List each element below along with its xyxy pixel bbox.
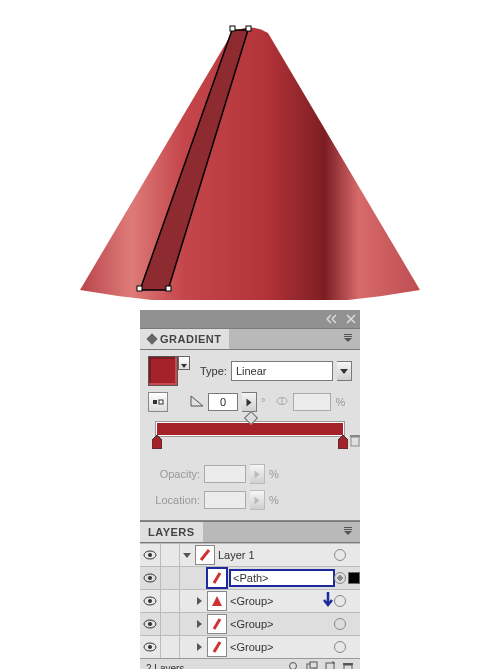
layer-row[interactable]: <Group> xyxy=(140,589,360,612)
item-name[interactable]: <Group> xyxy=(230,595,322,607)
target-ring[interactable] xyxy=(334,572,346,584)
gradient-stop-right[interactable] xyxy=(338,435,348,449)
svg-point-22 xyxy=(148,645,152,649)
svg-rect-11 xyxy=(344,527,352,528)
annotation-arrow-icon xyxy=(322,591,334,611)
location-stepper xyxy=(250,490,265,510)
visibility-icon[interactable] xyxy=(140,544,161,566)
gradient-tab[interactable]: GRADIENT xyxy=(140,329,229,349)
svg-rect-5 xyxy=(344,336,352,337)
location-label: Location: xyxy=(148,494,200,506)
visibility-icon[interactable] xyxy=(140,567,161,589)
item-name[interactable]: <Path> xyxy=(230,570,334,586)
layer-row[interactable]: <Path> xyxy=(140,566,360,589)
item-thumbnail xyxy=(207,614,227,634)
aspect-ratio-input xyxy=(293,393,331,411)
artwork-canvas xyxy=(0,0,500,300)
disclosure-toggle[interactable] xyxy=(194,620,204,628)
opacity-stepper xyxy=(250,464,265,484)
svg-rect-26 xyxy=(326,663,334,669)
gradient-tab-bar: GRADIENT xyxy=(140,328,360,350)
angle-unit: ° xyxy=(261,396,265,408)
svg-rect-3 xyxy=(166,286,171,291)
gradient-ramp[interactable] xyxy=(156,422,344,436)
new-sublayer-icon[interactable] xyxy=(306,661,318,669)
panel-menu-icon[interactable] xyxy=(336,526,360,538)
selection-indicator[interactable] xyxy=(348,572,360,584)
svg-rect-1 xyxy=(246,26,251,31)
panel-menu-icon[interactable] xyxy=(336,333,360,345)
angle-stepper[interactable] xyxy=(242,392,257,412)
visibility-icon[interactable] xyxy=(140,590,161,612)
delete-icon[interactable] xyxy=(342,661,354,669)
visibility-icon[interactable] xyxy=(140,613,161,635)
opacity-input xyxy=(204,465,246,483)
gradient-swatch[interactable] xyxy=(148,356,178,386)
target-ring[interactable] xyxy=(334,618,346,630)
svg-rect-9 xyxy=(351,437,359,446)
dock-header xyxy=(140,310,360,328)
svg-point-16 xyxy=(148,576,152,580)
opacity-unit: % xyxy=(269,468,279,480)
item-thumbnail xyxy=(207,637,227,657)
disclosure-toggle[interactable] xyxy=(194,597,204,605)
layer-thumbnail xyxy=(195,545,215,565)
svg-rect-25 xyxy=(310,662,317,668)
locate-object-icon[interactable] xyxy=(288,661,300,669)
lock-cell[interactable] xyxy=(161,544,180,566)
panel-dock: GRADIENT Type: Linear xyxy=(140,310,360,669)
lock-cell[interactable] xyxy=(161,613,180,635)
disclosure-toggle[interactable] xyxy=(182,553,192,558)
layers-status-bar: 2 Layers xyxy=(140,658,360,669)
item-name[interactable]: <Group> xyxy=(230,618,334,630)
lock-cell[interactable] xyxy=(161,636,180,658)
ratio-suffix: % xyxy=(335,396,345,408)
target-ring[interactable] xyxy=(334,641,346,653)
lock-cell[interactable] xyxy=(161,590,180,612)
reverse-gradient-icon[interactable] xyxy=(148,392,168,412)
layer-row[interactable]: <Group> xyxy=(140,612,360,635)
svg-rect-27 xyxy=(344,665,352,669)
lock-cell[interactable] xyxy=(161,567,180,589)
close-icon[interactable] xyxy=(346,314,356,324)
angle-input[interactable]: 0 xyxy=(208,393,238,411)
gradient-midpoint-icon[interactable] xyxy=(244,411,258,425)
svg-rect-28 xyxy=(343,663,353,665)
gradient-stop-left[interactable] xyxy=(152,435,162,449)
svg-rect-2 xyxy=(137,286,142,291)
target-ring[interactable] xyxy=(334,595,346,607)
item-thumbnail xyxy=(207,591,227,611)
svg-point-20 xyxy=(148,622,152,626)
layer-count: 2 Layers xyxy=(146,663,184,670)
layers-tab-bar: LAYERS xyxy=(140,521,360,543)
disclosure-toggle[interactable] xyxy=(194,643,204,651)
new-layer-icon[interactable] xyxy=(324,661,336,669)
svg-rect-6 xyxy=(153,400,157,404)
layer-row[interactable]: <Group> xyxy=(140,635,360,658)
trash-icon[interactable] xyxy=(349,433,361,449)
layer-name[interactable]: Layer 1 xyxy=(218,549,334,561)
location-unit: % xyxy=(269,494,279,506)
svg-point-23 xyxy=(290,663,297,670)
aspect-ratio-icon xyxy=(275,395,289,409)
visibility-icon[interactable] xyxy=(140,636,161,658)
svg-rect-4 xyxy=(344,334,352,335)
svg-rect-7 xyxy=(159,400,163,404)
svg-rect-10 xyxy=(350,435,360,437)
target-ring[interactable] xyxy=(334,549,346,561)
item-thumbnail xyxy=(207,568,227,588)
gradient-type-select[interactable]: Linear xyxy=(231,361,333,381)
collapse-icon[interactable] xyxy=(326,314,340,324)
layer-row[interactable]: Layer 1 xyxy=(140,543,360,566)
svg-rect-12 xyxy=(344,529,352,530)
gradient-icon xyxy=(146,333,157,344)
gradient-type-dropdown-button[interactable] xyxy=(337,361,352,381)
layers-tab[interactable]: LAYERS xyxy=(140,522,203,542)
item-name[interactable]: <Group> xyxy=(230,641,334,653)
location-input xyxy=(204,491,246,509)
gradient-panel-body: Type: Linear 0 ° % xyxy=(140,350,360,521)
angle-icon xyxy=(190,395,204,409)
gradient-swatch-menu[interactable] xyxy=(178,356,190,370)
svg-rect-0 xyxy=(230,26,235,31)
opacity-label: Opacity: xyxy=(148,468,200,480)
